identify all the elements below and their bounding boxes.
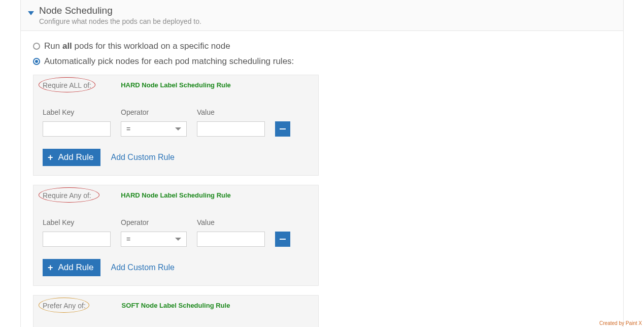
card-require-all: HARD Node Label Scheduling Rule Require … [33,75,319,176]
panel-header[interactable]: Node Scheduling Configure what nodes the… [21,0,623,31]
card-prefer-any: SOFT Node Label Scheduling Rule Prefer A… [33,295,319,327]
label-key-input[interactable] [43,232,111,247]
radio-icon [33,58,40,65]
minus-icon [280,128,286,129]
radio-label-bold: all [62,41,72,51]
operator-select[interactable]: = [121,121,187,137]
add-custom-rule-link[interactable]: Add Custom Rule [111,153,174,162]
rule-row: Label Key Operator = Value [43,218,309,247]
panel-subtitle: Configure what nodes the pods can be dep… [39,17,201,25]
card-subtitle: Require ALL of: [43,81,91,89]
label-key-label: Label Key [43,218,111,226]
add-rule-label: Add Rule [58,152,94,162]
radio-auto-pick[interactable]: Automatically pick nodes for each pod ma… [33,56,611,67]
label-key-label: Label Key [43,108,111,116]
plus-icon: + [48,263,53,272]
panel-body: Run all pods for this workload on a spec… [21,31,623,327]
card-subtitle: Require Any of: [43,191,91,200]
panel-title: Node Scheduling [39,5,201,16]
operator-value: = [126,235,130,243]
add-rule-button[interactable]: + Add Rule [43,259,100,276]
remove-rule-button[interactable] [275,121,290,137]
operator-value: = [126,125,130,133]
add-rule-label: Add Rule [58,263,94,273]
add-custom-rule-link[interactable]: Add Custom Rule [111,263,174,272]
watermark: Created by Paint X [599,320,642,326]
radio-icon [33,43,40,50]
operator-label: Operator [121,218,187,226]
value-label: Value [197,108,265,116]
value-input[interactable] [197,232,265,247]
card-require-any: HARD Node Label Scheduling Rule Require … [33,185,319,286]
radio-specific-node[interactable]: Run all pods for this workload on a spec… [33,41,611,51]
add-rule-button[interactable]: + Add Rule [43,149,100,166]
radio-label: Automatically pick nodes for each pod ma… [44,56,294,67]
plus-icon: + [48,153,53,162]
label-key-input[interactable] [43,121,111,137]
operator-label: Operator [121,108,187,116]
radio-label-post: pods for this workload on a specific nod… [72,41,230,51]
value-input[interactable] [197,121,265,137]
collapse-icon [28,11,34,15]
card-subtitle: Prefer Any of: [43,302,86,310]
remove-rule-button[interactable] [275,232,290,247]
radio-label-pre: Run [44,41,62,51]
node-scheduling-panel: Node Scheduling Configure what nodes the… [20,0,624,327]
minus-icon [280,239,286,240]
rule-row: Label Key Operator = Value [43,108,309,137]
chevron-down-icon [175,238,181,241]
value-label: Value [197,218,265,226]
operator-select[interactable]: = [121,232,187,247]
chevron-down-icon [175,127,181,130]
